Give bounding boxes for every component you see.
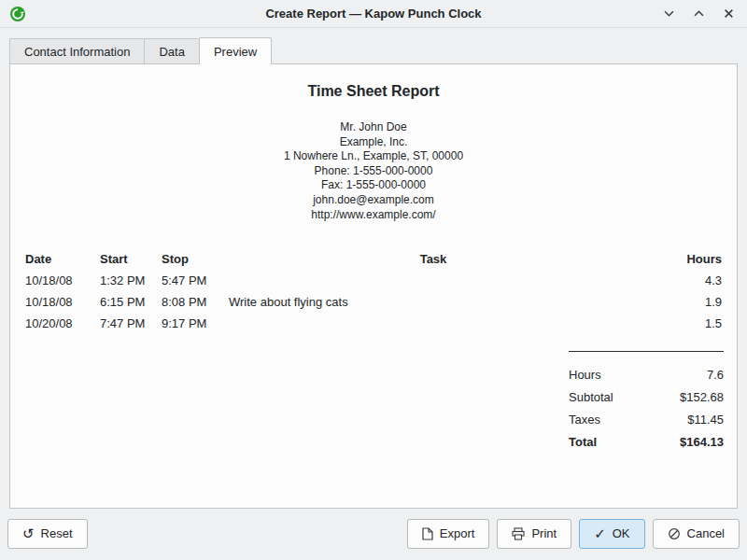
col-header-date: Date — [23, 248, 98, 270]
cell-hours: 1.5 — [640, 313, 724, 334]
export-button[interactable]: Export — [407, 519, 490, 549]
contact-line: Example, Inc. — [23, 135, 724, 150]
tab-preview[interactable]: Preview — [199, 37, 272, 64]
reset-label: Reset — [41, 526, 73, 540]
ok-button[interactable]: ✓ OK — [579, 519, 644, 549]
print-button[interactable]: Print — [497, 519, 571, 549]
table-row: 10/20/08 7:47 PM 9:17 PM 1.5 — [23, 313, 724, 334]
window-controls — [659, 5, 738, 23]
col-header-task: Task — [227, 248, 640, 270]
tab-data[interactable]: Data — [144, 38, 199, 63]
totals-row-hours: Hours 7.6 — [569, 363, 724, 385]
tab-contact-information[interactable]: Contact Information — [9, 38, 145, 63]
ok-label: OK — [613, 526, 630, 540]
app-icon — [9, 6, 26, 22]
print-icon — [512, 527, 525, 540]
cell-start: 6:15 PM — [98, 291, 160, 313]
report-title: Time Sheet Report — [23, 83, 724, 100]
cell-task — [227, 270, 640, 291]
totals-label: Subtotal — [569, 390, 613, 404]
cancel-label: Cancel — [687, 526, 725, 540]
cell-task: Write about flying cats — [227, 291, 640, 313]
totals-block: Hours 7.6 Subtotal $152.68 Taxes $11.45 … — [569, 351, 724, 453]
tab-label: Data — [159, 45, 184, 59]
reset-icon: ↺ — [22, 526, 35, 540]
close-button[interactable] — [719, 5, 738, 23]
timesheet-table: Date Start Stop Task Hours 10/18/08 1:32… — [23, 248, 724, 334]
cancel-button[interactable]: Cancel — [653, 519, 740, 549]
col-header-start: Start — [98, 248, 160, 270]
totals-label: Taxes — [569, 413, 600, 427]
col-header-stop: Stop — [160, 248, 227, 270]
contact-line: http://www.example.com/ — [23, 208, 724, 223]
tab-bar: Contact Information Data Preview — [0, 37, 747, 63]
cell-start: 1:32 PM — [98, 270, 160, 291]
totals-value: $164.13 — [680, 435, 724, 449]
cell-start: 7:47 PM — [98, 313, 160, 334]
button-bar: ↺ Reset Export Print ✓ OK Cancel — [0, 509, 747, 558]
totals-row-total: Total $164.13 — [569, 430, 724, 453]
cell-hours: 1.9 — [640, 291, 724, 313]
contact-line: Phone: 1-555-000-0000 — [23, 164, 724, 179]
cell-stop: 8:08 PM — [160, 291, 227, 313]
cell-stop: 9:17 PM — [160, 313, 227, 334]
cell-hours: 4.3 — [640, 270, 724, 291]
contact-line: Mr. John Doe — [23, 120, 724, 135]
chevron-down-icon — [664, 8, 674, 19]
cell-stop: 5:47 PM — [160, 270, 227, 291]
contact-line: john.doe@example.com — [23, 193, 724, 208]
cell-date: 10/18/08 — [23, 270, 98, 291]
reset-button[interactable]: ↺ Reset — [7, 519, 88, 549]
cell-date: 10/20/08 — [23, 313, 98, 334]
table-row: 10/18/08 6:15 PM 8:08 PM Write about fly… — [23, 291, 724, 313]
totals-value: $11.45 — [687, 413, 724, 427]
export-label: Export — [440, 526, 475, 540]
tab-label: Preview — [214, 45, 257, 59]
close-icon — [724, 8, 734, 19]
tab-label: Contact Information — [24, 45, 130, 59]
chevron-up-icon — [694, 8, 704, 19]
window-title: Create Report — Kapow Punch Clock — [0, 7, 747, 21]
totals-row-subtotal: Subtotal $152.68 — [569, 385, 724, 408]
minimize-button[interactable] — [659, 5, 678, 23]
contact-block: Mr. John Doe Example, Inc. 1 Nowhere Ln.… — [23, 120, 724, 222]
totals-row-taxes: Taxes $11.45 — [569, 408, 724, 430]
contact-line: Fax: 1-555-000-0000 — [23, 178, 724, 193]
totals-value: 7.6 — [707, 368, 724, 382]
totals-label: Hours — [569, 368, 601, 382]
totals-label: Total — [569, 435, 597, 449]
totals-divider — [569, 351, 724, 352]
table-header-row: Date Start Stop Task Hours — [23, 248, 724, 270]
totals-value: $152.68 — [680, 390, 724, 404]
table-row: 10/18/08 1:32 PM 5:47 PM 4.3 — [23, 270, 724, 291]
check-icon: ✓ — [594, 526, 606, 540]
maximize-button[interactable] — [689, 5, 708, 23]
col-header-hours: Hours — [640, 248, 724, 270]
print-label: Print — [531, 526, 557, 540]
cancel-icon — [668, 527, 681, 540]
preview-panel: Time Sheet Report Mr. John Doe Example, … — [9, 63, 738, 509]
cell-task — [227, 313, 640, 334]
titlebar: Create Report — Kapow Punch Clock — [0, 0, 747, 28]
cell-date: 10/18/08 — [23, 291, 98, 313]
contact-line: 1 Nowhere Ln., Example, ST, 00000 — [23, 149, 724, 164]
export-icon — [422, 527, 433, 540]
